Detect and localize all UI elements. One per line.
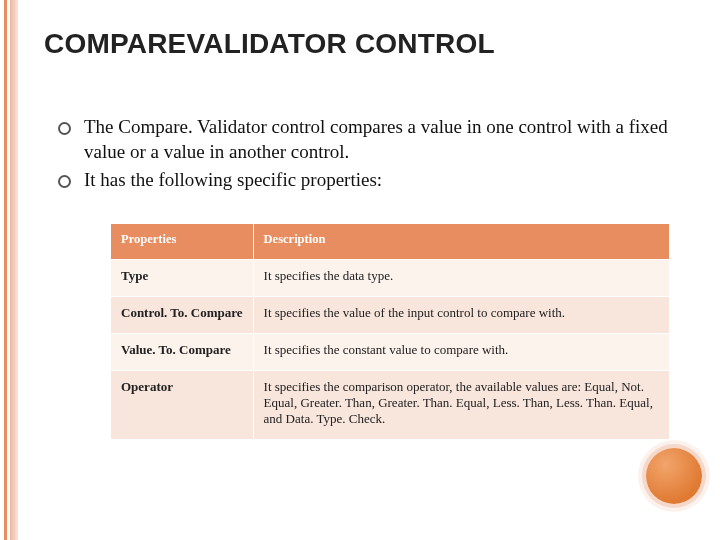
- bullet-list: The Compare. Validator control compares …: [58, 115, 670, 193]
- col-header-description: Description: [253, 224, 669, 260]
- left-rail-accent: [4, 0, 7, 540]
- slide: COMPAREVALIDATOR CONTROL The Compare. Va…: [0, 0, 720, 540]
- circle-accent-icon: [646, 448, 702, 504]
- cell-property: Operator: [111, 371, 254, 440]
- list-item: The Compare. Validator control compares …: [58, 115, 670, 164]
- cell-description: It specifies the comparison operator, th…: [253, 371, 669, 440]
- cell-description: It specifies the constant value to compa…: [253, 334, 669, 371]
- table-row: Value. To. Compare It specifies the cons…: [111, 334, 670, 371]
- cell-description: It specifies the data type.: [253, 260, 669, 297]
- table-row: Control. To. Compare It specifies the va…: [111, 297, 670, 334]
- left-rail-accent-2: [10, 0, 18, 540]
- cell-property: Control. To. Compare: [111, 297, 254, 334]
- cell-description: It specifies the value of the input cont…: [253, 297, 669, 334]
- table-header-row: Properties Description: [111, 224, 670, 260]
- properties-table: Properties Description Type It specifies…: [110, 223, 670, 440]
- page-title: COMPAREVALIDATOR CONTROL: [44, 28, 680, 60]
- list-item: It has the following specific properties…: [58, 168, 670, 193]
- table-row: Type It specifies the data type.: [111, 260, 670, 297]
- cell-property: Type: [111, 260, 254, 297]
- cell-property: Value. To. Compare: [111, 334, 254, 371]
- col-header-properties: Properties: [111, 224, 254, 260]
- table-row: Operator It specifies the comparison ope…: [111, 371, 670, 440]
